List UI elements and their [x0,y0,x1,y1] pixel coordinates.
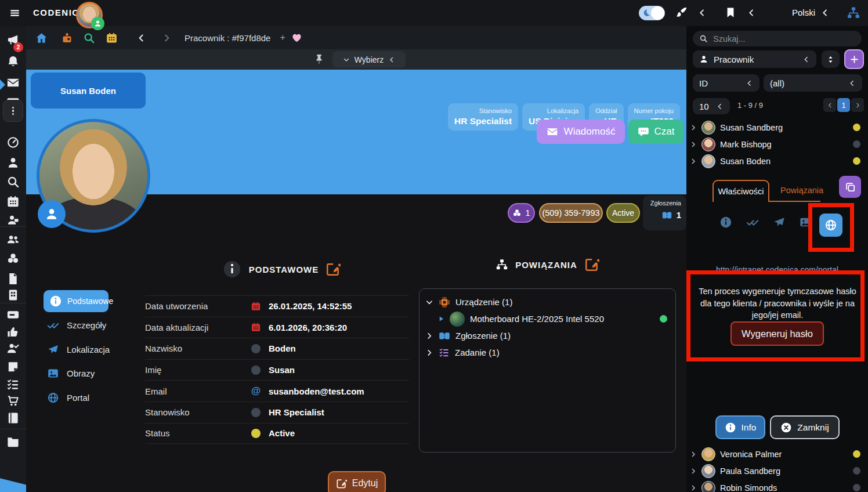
bookmark-icon[interactable] [725,6,736,19]
info-icon[interactable] [719,216,732,229]
brush-icon[interactable] [675,6,688,19]
tree-node-tasks[interactable]: Zadanie (1) [425,344,670,361]
sort-button[interactable] [822,50,840,68]
tab-wlasciwosci[interactable]: Właściwości [713,180,769,202]
image-icon[interactable] [799,216,812,229]
info-button[interactable]: Info [715,415,765,439]
search-icon[interactable] [83,32,95,44]
favorite-heart-icon[interactable] [291,32,302,44]
page-prev-button[interactable] [823,98,836,112]
page-number-current[interactable]: 1 [837,98,850,112]
status-pill[interactable]: Active [606,203,640,223]
tab-szczegoly[interactable]: Szczegóły [47,319,106,331]
tab-powiazania[interactable]: Powiązania [780,186,823,195]
document-icon[interactable] [6,272,20,285]
home-icon[interactable] [35,32,48,44]
history-forward-icon[interactable] [162,33,172,43]
add-record-button[interactable] [844,49,864,69]
tree-node-motherboard[interactable]: Motherboard HE-2/2025 Intel 5520 [425,310,670,327]
thumbs-up-icon[interactable] [6,325,20,339]
task-list-icon[interactable] [6,378,20,391]
sitemap-icon[interactable] [847,6,860,20]
x-circle-icon [780,422,792,433]
tab-podstawowe[interactable]: Podstawowe [44,290,108,312]
chat-button[interactable]: Czat [628,120,683,144]
generate-password-button[interactable]: Wygeneruj hasło [730,321,824,346]
entity-select[interactable]: Pracownik [693,50,816,68]
edit-details-icon[interactable] [326,262,341,277]
theme-toggle[interactable] [639,6,665,20]
relations-count-pill[interactable]: 1 [508,203,535,223]
all-filter-select[interactable]: (all) [764,74,862,92]
portal-url-link[interactable]: http://intranet.codenica.com/portal [686,265,868,274]
chevron-left-icon[interactable] [747,8,756,17]
people-group-icon[interactable] [6,233,20,246]
envelope-icon[interactable] [6,76,20,89]
list-item-person[interactable]: Robin Simonds [690,479,864,492]
task-list-icon [439,347,450,358]
status-dot [853,124,860,131]
close-button[interactable]: Zamknij [770,415,840,439]
employees-icon[interactable] [61,32,73,44]
history-back-icon[interactable] [136,33,146,43]
dashboard-gauge-icon[interactable] [6,136,20,149]
address-book-icon[interactable] [6,411,20,425]
tickets-box[interactable]: Zgłoszenia 1 [643,196,686,230]
tree-node-tickets[interactable]: Zgłoszenie (1) [425,327,670,344]
tab-obrazy[interactable]: Obrazy [47,367,95,379]
search-input[interactable] [713,34,855,44]
chevron-left-icon[interactable] [697,8,707,17]
paper-plane-icon[interactable] [773,216,786,229]
edit-button[interactable]: Edytuj [328,471,386,492]
language-selector[interactable]: Polski [792,8,815,17]
id-filter-select[interactable]: ID [693,74,760,92]
chevron-left-icon[interactable] [820,8,830,17]
calendar-icon[interactable] [6,195,20,208]
tab-portal-globe[interactable] [819,214,842,237]
pin-icon[interactable] [313,53,325,66]
message-button[interactable]: Wiadomość [537,120,625,144]
badge-position: StanowiskoHR Specialist [448,103,518,131]
list-item-person[interactable]: Veronica Palmer [690,446,864,462]
list-item-person[interactable]: Paula Sandberg [690,462,864,479]
chevron-right-icon [690,468,697,475]
bell-icon[interactable] [6,55,20,68]
copy-button[interactable] [839,176,861,198]
folder-icon[interactable] [6,435,20,448]
list-item-person[interactable]: Mark Bishopg [690,136,864,153]
tree-node-devices[interactable]: Urządzenie (1) [425,294,670,310]
cart-icon[interactable] [6,394,20,407]
device-icon[interactable] [6,288,20,302]
employee-icon[interactable] [6,214,20,227]
assets-cluster-icon[interactable] [6,252,20,265]
info-icon [222,259,242,279]
list-item-person[interactable]: Susan Boden [690,153,864,169]
hamburger-menu-icon[interactable] [8,8,22,19]
selection-bar: Wybierz [26,49,686,70]
edit-relations-icon[interactable] [584,257,599,272]
person-icon[interactable] [6,156,20,169]
phone-pill[interactable]: (509) 359-7993 [539,203,603,223]
user-avatar[interactable] [76,2,103,28]
double-check-icon[interactable] [746,216,759,229]
person-check-icon[interactable] [6,342,20,355]
search-icon[interactable] [6,175,20,189]
card-icon[interactable] [6,308,20,321]
note-icon[interactable] [6,360,20,374]
avatar [701,447,715,461]
calendar-icon[interactable] [106,32,118,44]
profile-type-icon[interactable] [38,200,66,228]
page-size-select[interactable]: 10 [693,98,730,114]
list-item-person[interactable]: Susan Sandberg [690,119,864,136]
chevron-right-icon [690,124,697,131]
page-next-button[interactable] [851,98,864,112]
tab-portal[interactable]: Portal [47,392,89,404]
select-records-dropdown[interactable]: Wybierz [332,51,406,68]
tab-lokalizacja[interactable]: Lokalizacja [47,343,110,356]
chevron-right-icon [425,332,433,340]
person-icon [699,55,708,64]
search-bar[interactable] [693,31,862,46]
more-options-button[interactable] [3,100,23,122]
breadcrumb-plus[interactable]: + [280,32,285,43]
user-status-icon [91,17,104,30]
